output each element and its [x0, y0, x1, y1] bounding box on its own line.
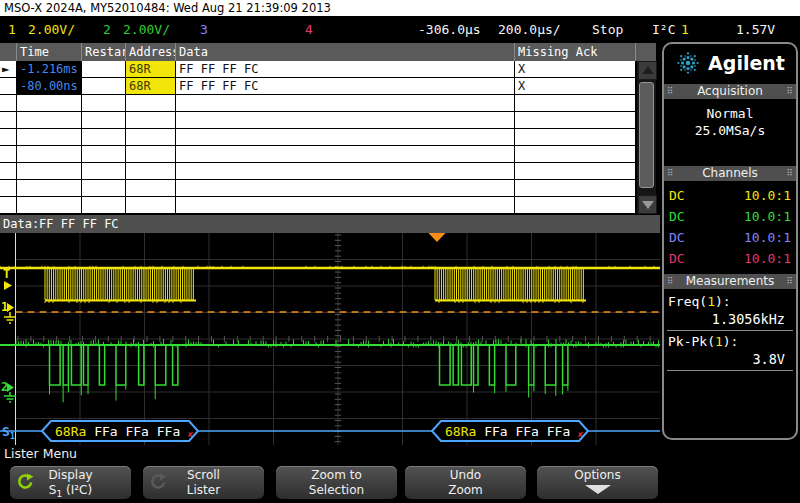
display-button[interactable]: Display S1 (I²C)	[10, 466, 131, 499]
time-cell: -80.00ns	[17, 78, 82, 95]
empty-cell	[515, 146, 636, 163]
empty-cell	[176, 197, 515, 214]
ch2-probe: 10.0:1	[744, 206, 791, 227]
acquisition-header: ⠿ Acquisition ⠿	[664, 84, 796, 99]
channel-4-row: DC 10.0:1	[664, 248, 796, 269]
measurement-freq-label: Freq(1):	[664, 291, 796, 310]
empty-cell	[17, 163, 82, 180]
measurements-header: ⠿ Measurements ⠿	[664, 274, 796, 289]
restart-cell	[82, 61, 126, 78]
empty-cell	[126, 197, 176, 214]
svg-text:✘: ✘	[188, 430, 193, 439]
lister-row-empty[interactable]	[0, 112, 656, 129]
grip-icon: ⠿	[667, 166, 674, 181]
empty-cell	[126, 146, 176, 163]
empty-cell	[0, 163, 17, 180]
lister-row-empty[interactable]	[0, 146, 656, 163]
empty-cell	[82, 95, 126, 112]
svg-text:T: T	[3, 267, 10, 281]
missing-ack-cell: X	[515, 78, 636, 95]
acquisition-info: Normal 25.0MSa/s	[664, 101, 796, 164]
up-arrow-icon	[642, 66, 654, 74]
empty-cell	[17, 146, 82, 163]
scroll-lister-button[interactable]: Scroll Lister	[143, 466, 264, 499]
empty-cell	[515, 197, 636, 214]
brand-name: Agilent	[708, 52, 785, 74]
lister-row-selected[interactable]: ► -1.216ms 68R FF FF FF FC X	[0, 61, 656, 78]
empty-cell	[176, 95, 515, 112]
undo-zoom-button[interactable]: Undo Zoom	[405, 466, 526, 499]
ch3-coupling: DC	[669, 227, 685, 248]
empty-cell	[17, 112, 82, 129]
address-cell: 68R	[126, 61, 176, 78]
down-arrow-icon	[585, 485, 611, 494]
empty-cell	[176, 129, 515, 146]
empty-cell	[126, 95, 176, 112]
ch1-number[interactable]: 1	[8, 16, 16, 43]
ch4-coupling: DC	[669, 248, 685, 269]
acquisition-mode: Normal	[664, 105, 796, 122]
trigger-source: 1	[681, 16, 689, 43]
zoom-to-selection-button[interactable]: Zoom to Selection	[276, 466, 397, 499]
options-button[interactable]: Options	[537, 466, 658, 499]
empty-cell	[82, 112, 126, 129]
time-cell: -1.216ms	[17, 61, 82, 78]
lister-row-empty[interactable]	[0, 129, 656, 146]
grip-icon: ⠿	[786, 166, 793, 181]
empty-cell	[176, 112, 515, 129]
lister-header-marker	[0, 43, 17, 61]
scroll-down-button[interactable]	[638, 195, 657, 214]
lister-row-empty[interactable]	[0, 95, 656, 112]
empty-cell	[0, 197, 17, 214]
scrollbar-thumb[interactable]	[639, 82, 654, 188]
channel-1-row: DC 10.0:1	[664, 185, 796, 206]
info-sidebar: Agilent ⠿ Acquisition ⠿ Normal 25.0MSa/s…	[662, 42, 798, 440]
empty-cell	[126, 129, 176, 146]
empty-cell	[515, 95, 636, 112]
oscilloscope-screen: MSO-X 2024A, MY52010484: Wed Aug 21 21:3…	[0, 0, 800, 503]
empty-cell	[0, 129, 17, 146]
ch4-number[interactable]: 4	[305, 16, 313, 43]
ch4-probe: 10.0:1	[744, 248, 791, 269]
missing-ack-cell: X	[515, 61, 636, 78]
empty-cell	[82, 180, 126, 197]
titlebar: MSO-X 2024A, MY52010484: Wed Aug 21 21:3…	[0, 0, 800, 16]
lister-scrollbar[interactable]	[636, 61, 656, 214]
time-position: -306.0µs	[418, 16, 481, 43]
lister-row-empty[interactable]	[0, 197, 656, 214]
measurement-pkpk-value: 3.8V	[667, 350, 793, 371]
svg-text:68Ra FFa FFa FFa: 68Ra FFa FFa FFa	[55, 424, 180, 439]
ch1-scale[interactable]: 2.00V/	[28, 16, 75, 43]
ch2-number[interactable]: 2	[103, 16, 111, 43]
status-bar: 1 2.00V/ 2 2.00V/ 3 4 -306.0µs 200.0µs/ …	[0, 16, 800, 43]
data-cell: FF FF FF FC	[176, 61, 515, 78]
scroll-up-button[interactable]	[638, 61, 657, 80]
ch1-coupling: DC	[669, 185, 685, 206]
empty-cell	[82, 146, 126, 163]
lister-header-restart: Restart	[82, 43, 126, 61]
trigger-level: 1.57V	[736, 16, 775, 43]
lister-row[interactable]: -80.00ns 68R FF FF FF FC X	[0, 78, 656, 95]
lister-header-row: Time Restart Address Data Missing Ack	[0, 43, 656, 61]
agilent-spark-icon	[675, 50, 701, 76]
menu-title: Lister Menu	[4, 446, 77, 461]
ch2-scale[interactable]: 2.00V/	[123, 16, 170, 43]
softkey-menu: Lister Menu Display S1 (I²C) Scroll List…	[0, 445, 800, 503]
ch2-coupling: DC	[669, 206, 685, 227]
cycle-icon	[16, 473, 34, 491]
channels-info: DC 10.0:1 DC 10.0:1 DC 10.0:1 DC 10.0:1	[664, 183, 796, 272]
grip-icon: ⠿	[667, 84, 674, 99]
empty-cell	[82, 163, 126, 180]
empty-cell	[126, 180, 176, 197]
empty-cell	[17, 129, 82, 146]
lister-row-empty[interactable]	[0, 180, 656, 197]
lister-header-time: Time	[17, 43, 82, 61]
lister-row-empty[interactable]	[0, 163, 656, 180]
row-marker-icon: ►	[0, 61, 17, 78]
ch3-number[interactable]: 3	[200, 16, 208, 43]
empty-cell	[176, 146, 515, 163]
empty-cell	[515, 163, 636, 180]
empty-cell	[126, 112, 176, 129]
empty-cell	[82, 129, 126, 146]
grip-icon: ⠿	[667, 274, 674, 289]
